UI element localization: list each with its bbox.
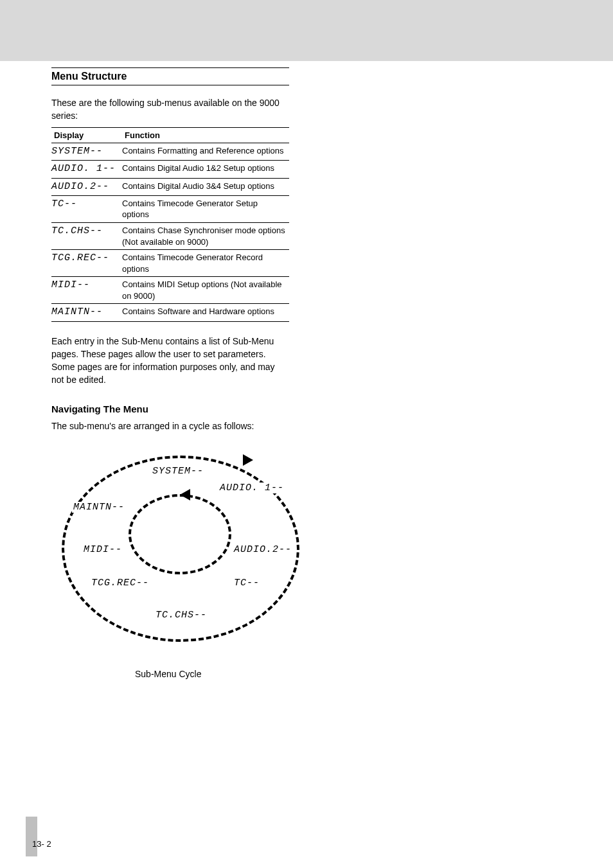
- page-number: 13- 2: [32, 839, 51, 849]
- section-subtitle: Navigating The Menu: [51, 403, 562, 414]
- menu-code: MAINTN--: [51, 304, 122, 321]
- header-band: [0, 0, 613, 61]
- table-row: MIDI-- Contains MIDI Setup options (Not …: [51, 277, 289, 304]
- intro-text: These are the following sub-menus availa…: [51, 97, 289, 122]
- submenu-cycle-diagram: SYSTEM-- AUDIO. 1-- AUDIO.2-- TC-- TC.CH…: [51, 443, 308, 661]
- diagram-label-audio2: AUDIO.2--: [233, 544, 293, 555]
- diagram-label-tc: TC--: [233, 578, 261, 589]
- ccw-arrow-icon: [180, 489, 190, 500]
- table-row: SYSTEM-- Contains Formatting and Referen…: [51, 143, 289, 161]
- table-header-function: Function: [122, 128, 289, 143]
- cycle-note: The sub-menu's are arranged in a cycle a…: [51, 421, 562, 431]
- table-row: MAINTN-- Contains Software and Hardware …: [51, 304, 289, 321]
- diagram-label-system: SYSTEM--: [151, 466, 205, 477]
- menu-desc: Contains Formatting and Reference option…: [122, 143, 289, 161]
- inner-ellipse: [129, 494, 231, 574]
- diagram-label-midi: MIDI--: [82, 544, 123, 555]
- menu-desc: Contains Digital Audio 3&4 Setup options: [122, 178, 289, 195]
- cw-arrow-icon: [243, 454, 253, 466]
- menu-desc: Contains Timecode Generator Setup option…: [122, 195, 289, 222]
- menu-desc: Contains Timecode Generator Record optio…: [122, 250, 289, 277]
- menu-desc: Contains MIDI Setup options (Not availab…: [122, 277, 289, 304]
- page-content: Menu Structure These are the following s…: [0, 67, 613, 679]
- diagram-label-tcchs: TC.CHS--: [154, 610, 208, 621]
- table-header-display: Display: [51, 128, 122, 143]
- menu-desc: Contains Digital Audio 1&2 Setup options: [122, 161, 289, 178]
- diagram-caption: Sub-Menu Cycle: [135, 669, 562, 679]
- menu-desc: Contains Software and Hardware options: [122, 304, 289, 321]
- diagram-label-tcgrec: TCG.REC--: [90, 578, 150, 589]
- table-row: TCG.REC-- Contains Timecode Generator Re…: [51, 250, 289, 277]
- menu-table: Display Function SYSTEM-- Contains Forma…: [51, 127, 289, 321]
- menu-desc: Contains Chase Synchroniser mode options…: [122, 223, 289, 250]
- page-side-tab: [26, 817, 37, 856]
- menu-code: TCG.REC--: [51, 250, 122, 277]
- menu-code: AUDIO. 1--: [51, 161, 122, 178]
- menu-code: TC.CHS--: [51, 223, 122, 250]
- table-row: TC-- Contains Timecode Generator Setup o…: [51, 195, 289, 222]
- table-row: AUDIO. 1-- Contains Digital Audio 1&2 Se…: [51, 161, 289, 178]
- after-table-text: Each entry in the Sub-Menu contains a li…: [51, 335, 289, 387]
- menu-code: SYSTEM--: [51, 143, 122, 161]
- menu-code: TC--: [51, 195, 122, 222]
- menu-code: AUDIO.2--: [51, 178, 122, 195]
- menu-code: MIDI--: [51, 277, 122, 304]
- diagram-label-audio1: AUDIO. 1--: [218, 483, 285, 493]
- table-row: TC.CHS-- Contains Chase Synchroniser mod…: [51, 223, 289, 250]
- section-title: Menu Structure: [51, 67, 289, 85]
- table-row: AUDIO.2-- Contains Digital Audio 3&4 Set…: [51, 178, 289, 195]
- diagram-label-maintn: MAINTN--: [72, 502, 126, 513]
